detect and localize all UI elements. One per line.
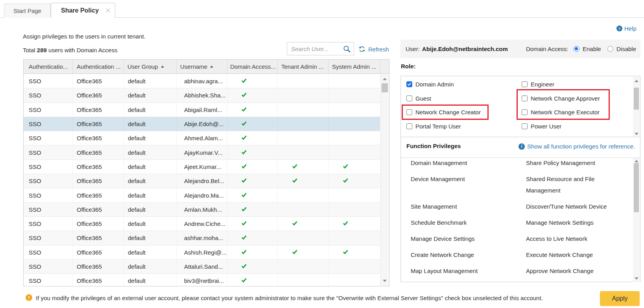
table-row[interactable]: SSO Office365 default biv3@netbrai... <box>24 274 380 286</box>
table-row[interactable]: SSO Office365 default Abigail.Raml... <box>24 103 380 117</box>
scroll-down-icon[interactable] <box>383 280 387 282</box>
roles-scrollbar[interactable] <box>633 77 640 136</box>
table-row[interactable]: SSO Office365 default Amlan.Mukh... <box>24 203 380 217</box>
column-header[interactable]: Authenticatio... <box>24 60 73 73</box>
privileges-scrollbar[interactable] <box>633 158 640 282</box>
system-admin-check-icon <box>343 249 349 256</box>
tab-close-icon[interactable] <box>105 7 111 14</box>
apply-button[interactable]: Apply <box>600 291 640 306</box>
function-privileges-label: Function Privileges <box>406 142 461 150</box>
domain-access-check-icon <box>241 206 247 213</box>
cell-auth-type: SSO <box>24 131 73 145</box>
total-prefix: Total <box>23 47 35 53</box>
radio-on-icon[interactable] <box>574 46 579 52</box>
role-option[interactable]: Guest <box>406 92 481 106</box>
help-button[interactable]: ? Help <box>616 25 637 32</box>
tab-share-policy[interactable]: Share Policy <box>51 3 115 18</box>
column-header[interactable]: Tenant Admin ... <box>278 60 328 73</box>
scroll-down-icon[interactable] <box>635 133 638 135</box>
cell-system-admin <box>328 203 380 216</box>
role-option[interactable]: Engineer <box>522 77 600 92</box>
scroll-up-icon[interactable] <box>635 80 638 82</box>
table-row[interactable]: SSO Office365 default Alejandro.Bel... <box>24 174 380 188</box>
cell-system-admin <box>328 74 380 88</box>
cell-tenant-admin <box>278 274 328 286</box>
role-checkbox[interactable] <box>406 81 412 87</box>
scroll-down-icon[interactable] <box>635 277 638 280</box>
table-row[interactable]: SSO Office365 default Ajeet.Kumar... <box>24 160 380 174</box>
cell-auth-type: SSO <box>24 160 73 174</box>
cell-auth-type: SSO <box>24 117 73 131</box>
help-icon: ? <box>616 26 622 31</box>
scroll-thumb[interactable] <box>382 83 388 92</box>
scroll-thumb[interactable] <box>634 163 639 212</box>
table-scrollbar[interactable] <box>380 74 389 286</box>
privilege-item: Approve Network Change <box>526 265 594 277</box>
privilege-item: Access to Live Network <box>526 233 587 244</box>
radio-off-icon[interactable] <box>607 46 613 52</box>
cell-user-group: default <box>124 74 177 88</box>
domain-access-disable-radio[interactable]: Disable <box>607 40 636 58</box>
role-checkbox-label: Portal Temp User <box>415 123 461 130</box>
table-row[interactable]: SSO Office365 default Ashish.Regi@... <box>24 246 380 260</box>
role-checkbox[interactable] <box>406 95 412 101</box>
scroll-up-icon[interactable] <box>635 160 638 162</box>
column-header[interactable]: System Admin ... <box>328 60 380 73</box>
role-checkbox[interactable] <box>522 123 528 129</box>
cell-tenant-admin <box>278 145 328 159</box>
cell-auth-server: Office365 <box>73 203 124 216</box>
role-option[interactable]: Network Change Executor <box>522 105 600 119</box>
table-row[interactable]: SSO Office365 default AjayKumar.V... <box>24 145 380 160</box>
role-checkbox-label: Power User <box>531 123 561 130</box>
role-checkbox[interactable] <box>406 123 412 129</box>
role-option[interactable]: Network Change Approver <box>522 92 600 106</box>
role-checkbox[interactable] <box>522 109 528 115</box>
privilege-item: Domain Management <box>401 157 526 169</box>
privilege-item: Create Network Change <box>401 249 526 260</box>
role-option[interactable]: Domain Admin <box>406 77 481 92</box>
column-header[interactable]: User Group <box>124 60 177 73</box>
table-row[interactable]: SSO Office365 default abhinav.agra... <box>24 74 380 88</box>
cell-user-group: default <box>124 145 177 159</box>
show-all-privileges-link[interactable]: i Show all function privileges for refer… <box>519 143 635 150</box>
cell-username: ashhar.moha... <box>177 231 227 245</box>
table-row[interactable]: SSO Office365 default Attaluri.Sand... <box>24 260 380 274</box>
tab-start-page[interactable]: Start Page <box>4 4 51 18</box>
domain-access-enable-radio[interactable]: Enable <box>574 40 601 58</box>
column-header[interactable]: Username <box>177 60 227 73</box>
table-row[interactable]: SSO Office365 default Andrew.Ciche... <box>24 217 380 231</box>
role-checkbox[interactable] <box>522 81 528 87</box>
refresh-button[interactable]: Refresh <box>358 44 389 54</box>
cell-auth-server: Office365 <box>73 217 124 231</box>
user-label: User: <box>406 46 420 52</box>
table-row[interactable]: SSO Office365 default ashhar.moha... <box>24 231 380 245</box>
role-checkbox[interactable] <box>522 95 528 101</box>
scroll-thumb[interactable] <box>634 88 639 110</box>
column-header-label: Domain Access... <box>230 63 276 70</box>
table-row[interactable]: SSO Office365 default Alejandro.Ma... <box>24 188 380 202</box>
cell-auth-server: Office365 <box>73 188 124 202</box>
help-label: Help <box>624 25 637 32</box>
privilege-item: Share Policy Management <box>526 157 595 169</box>
role-checkbox[interactable] <box>406 109 412 115</box>
cell-tenant-admin <box>278 160 328 174</box>
search-icon[interactable] <box>343 45 351 54</box>
cell-username: Alejandro.Ma... <box>177 188 227 202</box>
scroll-up-icon[interactable] <box>383 78 387 80</box>
column-header[interactable]: Domain Access... <box>227 60 278 73</box>
role-option[interactable]: Portal Temp User <box>406 119 481 134</box>
cell-user-group: default <box>124 274 177 286</box>
table-row[interactable]: SSO Office365 default Abhishek.Sha... <box>24 88 380 103</box>
cell-tenant-admin <box>278 174 328 188</box>
column-header[interactable]: Authentication ... <box>73 60 124 73</box>
table-row[interactable]: SSO Office365 default Abije.Edoh@... <box>24 117 380 131</box>
privilege-row: Schedule Benchmark Manage Network Settin… <box>401 217 631 228</box>
column-header-label: User Group <box>127 63 158 70</box>
table-row[interactable]: SSO Office365 default Ahmed.Alam... <box>24 131 380 145</box>
cell-auth-server: Office365 <box>73 246 124 259</box>
role-option[interactable]: Power User <box>522 119 600 134</box>
search-user-input[interactable] <box>287 42 342 55</box>
role-option[interactable]: Network Change Creator <box>406 105 481 119</box>
cell-auth-type: SSO <box>24 260 73 273</box>
cell-user-group: default <box>124 260 177 273</box>
